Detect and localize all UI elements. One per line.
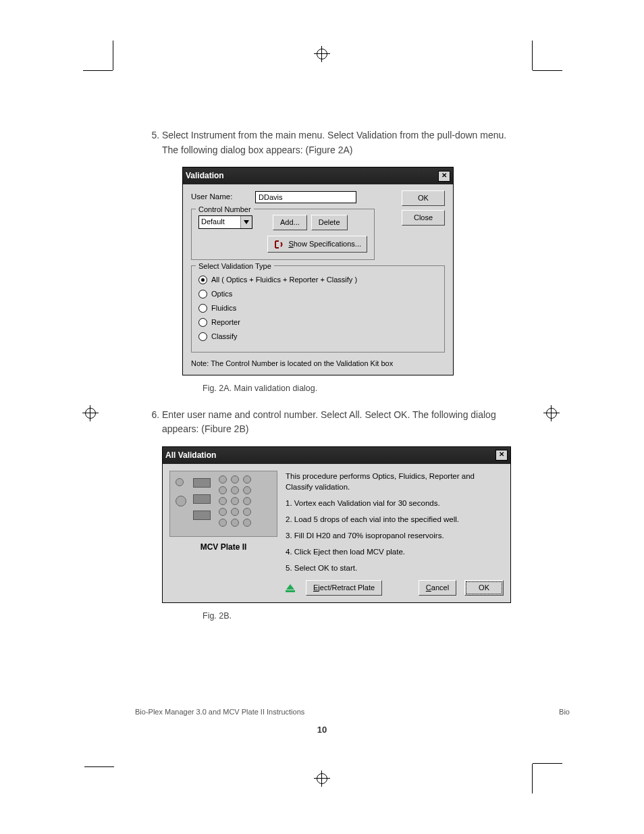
fig-2a-caption: Fig. 2A. Main validation dialog. bbox=[203, 382, 513, 395]
svg-marker-0 bbox=[244, 220, 249, 224]
radio-icon bbox=[198, 304, 207, 313]
radio-reporter[interactable]: Reporter bbox=[198, 317, 437, 328]
cancel-button[interactable]: Cancel bbox=[419, 580, 456, 596]
control-number-value: Default bbox=[199, 216, 240, 228]
radio-fluidics[interactable]: Fluidics bbox=[198, 303, 437, 314]
radio-optics[interactable]: Optics bbox=[198, 288, 437, 300]
instr-step-3: 3. Fill DI H20 and 70% isopropanol reser… bbox=[286, 530, 504, 541]
footer-text: Bio-Plex Manager 3.0 and MCV Plate II In… bbox=[135, 708, 304, 716]
step-5: Select Instrument from the main menu. Se… bbox=[162, 128, 513, 396]
eject-icon bbox=[286, 584, 295, 592]
delete-button[interactable]: Delete bbox=[311, 215, 348, 230]
user-name-label: User Name: bbox=[191, 191, 255, 203]
control-number-legend: Control Number bbox=[196, 204, 254, 215]
step-6: Enter user name and control number. Sele… bbox=[162, 408, 513, 623]
page-number: 10 bbox=[0, 725, 644, 735]
control-number-note: Note: The Control Number is located on t… bbox=[191, 358, 445, 369]
dialog1-title: Validation bbox=[186, 170, 224, 182]
instr-step-2: 2. Load 5 drops of each vial into the sp… bbox=[286, 514, 504, 525]
validation-dialog: Validation ✕ User Name: DDavis OK Close … bbox=[182, 167, 454, 375]
validation-type-legend: Select Validation Type bbox=[196, 261, 274, 272]
show-specifications-button[interactable]: Show Specifications... bbox=[267, 236, 367, 253]
radio-all[interactable]: All ( Optics + Fluidics + Reporter + Cla… bbox=[198, 274, 437, 286]
plate-label: MCV Plate II bbox=[169, 541, 277, 554]
user-name-input[interactable]: DDavis bbox=[255, 191, 356, 203]
dialog2-titlebar: All Validation ✕ bbox=[163, 447, 510, 464]
ok-button[interactable]: OK bbox=[402, 190, 445, 206]
mcv-plate-image bbox=[169, 471, 277, 537]
close-button[interactable]: Close bbox=[402, 210, 445, 226]
instr-step-1: 1. Vortex each Validation vial for 30 se… bbox=[286, 498, 504, 509]
eject-retract-button[interactable]: Eject/Retract Plate bbox=[306, 580, 382, 596]
instr-step-5: 5. Select OK to start. bbox=[286, 563, 504, 573]
dialog1-titlebar: Validation ✕ bbox=[183, 167, 453, 184]
close-icon[interactable]: ✕ bbox=[438, 171, 450, 182]
ok-button[interactable]: OK bbox=[464, 580, 504, 596]
control-number-combo[interactable]: Default bbox=[198, 215, 252, 229]
radio-icon bbox=[198, 332, 207, 341]
add-button[interactable]: Add... bbox=[273, 215, 307, 230]
show-spec-label: how Specifications... bbox=[294, 240, 361, 248]
radio-icon bbox=[198, 290, 207, 298]
chevron-down-icon[interactable] bbox=[240, 216, 252, 228]
radio-classify[interactable]: Classify bbox=[198, 331, 437, 342]
step5-text: Select Instrument from the main menu. Se… bbox=[162, 130, 506, 155]
radio-icon bbox=[198, 318, 207, 327]
dialog2-title: All Validation bbox=[165, 449, 216, 462]
close-icon[interactable]: ✕ bbox=[495, 450, 508, 461]
instr-step-4: 4. Click Eject then load MCV plate. bbox=[286, 546, 504, 557]
step6-text: Enter user name and control number. Sele… bbox=[162, 409, 496, 435]
all-validation-dialog: All Validation ✕ bbox=[162, 446, 511, 603]
instr-intro: This procedure performs Optics, Fluidics… bbox=[286, 471, 504, 492]
radio-icon bbox=[198, 276, 207, 284]
spec-icon bbox=[273, 240, 284, 249]
footer-right-text: Bio bbox=[559, 708, 570, 716]
fig-2b-caption: Fig. 2B. bbox=[203, 610, 513, 623]
